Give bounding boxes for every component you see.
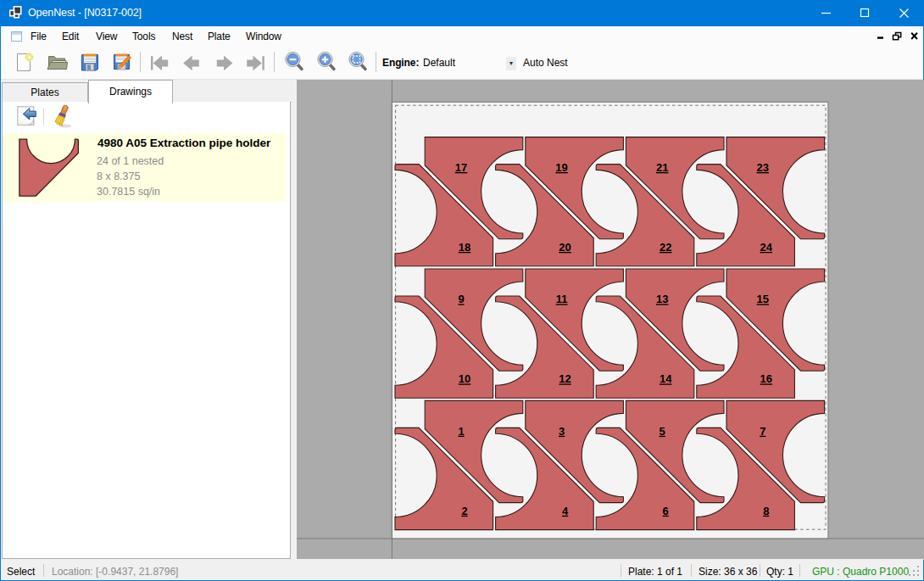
svg-text:16: 16 (760, 372, 772, 385)
svg-text:17: 17 (455, 161, 467, 174)
svg-text:23: 23 (757, 161, 769, 174)
svg-text:5: 5 (660, 425, 665, 438)
svg-text:18: 18 (459, 241, 470, 254)
svg-text:13: 13 (656, 293, 668, 305)
svg-text:7: 7 (760, 425, 765, 438)
svg-text:21: 21 (656, 161, 668, 174)
svg-text:2: 2 (461, 505, 467, 517)
svg-text:8: 8 (763, 505, 769, 517)
svg-text:10: 10 (459, 372, 470, 385)
svg-text:4: 4 (562, 505, 569, 517)
svg-text:3: 3 (559, 425, 565, 438)
svg-text:1: 1 (458, 425, 464, 438)
svg-text:24: 24 (760, 241, 773, 254)
svg-text:22: 22 (660, 241, 671, 254)
svg-text:11: 11 (556, 293, 568, 305)
svg-text:6: 6 (663, 505, 669, 517)
svg-text:9: 9 (458, 293, 464, 305)
svg-text:12: 12 (559, 372, 571, 385)
svg-text:20: 20 (559, 241, 571, 254)
svg-text:15: 15 (757, 293, 769, 305)
svg-text:19: 19 (555, 161, 567, 174)
svg-text:14: 14 (660, 372, 672, 385)
